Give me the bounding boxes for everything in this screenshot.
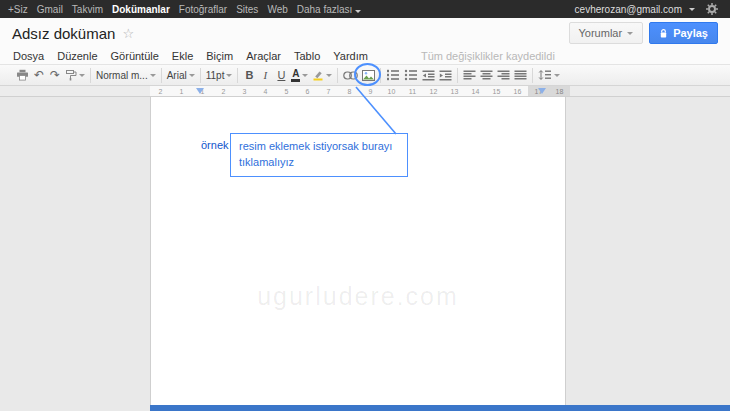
highlight-button[interactable]	[310, 66, 334, 84]
topbar-item-gmail[interactable]: Gmail	[37, 4, 63, 15]
lock-icon	[659, 28, 668, 39]
topbar-nav: +Siz Gmail Takvim Dokümanlar Fotoğraflar…	[8, 4, 575, 15]
bulleted-list-icon	[404, 69, 418, 81]
ruler: 2 1 1 2 3 4 5 6 7 8 9 10 11 12 13 14 15 …	[0, 86, 730, 97]
topbar-item-photos[interactable]: Fotoğraflar	[179, 4, 227, 15]
text-color-letter: A	[292, 69, 299, 78]
link-icon	[343, 71, 358, 80]
font-size-dropdown[interactable]: 11pt	[204, 66, 235, 84]
chevron-down-icon	[689, 8, 695, 11]
chevron-down-icon	[355, 10, 361, 13]
topbar-item-sites[interactable]: Sites	[236, 4, 258, 15]
menu-table[interactable]: Tablo	[294, 50, 320, 62]
chevron-down-icon	[150, 74, 156, 77]
indent-icon	[439, 70, 452, 81]
ruler-number: 16	[507, 86, 528, 96]
font-size-value: 11pt	[206, 70, 225, 81]
bulleted-list-button[interactable]	[402, 66, 420, 84]
menu-edit[interactable]: Düzenle	[57, 50, 97, 62]
google-topbar: +Siz Gmail Takvim Dokümanlar Fotoğraflar…	[0, 0, 730, 18]
print-button[interactable]	[14, 66, 31, 84]
toolbar-separator	[237, 68, 238, 83]
styles-dropdown[interactable]: Normal m...	[94, 66, 158, 84]
star-icon[interactable]: ☆	[122, 26, 134, 41]
numbered-list-button[interactable]	[384, 66, 402, 84]
paint-format-button[interactable]	[63, 66, 87, 84]
align-center-button[interactable]	[478, 66, 495, 84]
toolbar-separator	[380, 68, 381, 83]
outdent-icon	[422, 70, 435, 81]
doc-header: Adsız doküman ☆ Yorumlar Paylaş Dosya	[0, 18, 730, 64]
toolbar-separator	[532, 68, 533, 83]
ruler-number: 1	[171, 86, 192, 96]
chevron-down-icon	[554, 74, 560, 77]
align-right-button[interactable]	[495, 66, 512, 84]
align-center-icon	[480, 70, 493, 81]
ruler-number: 7	[318, 86, 339, 96]
ruler-number: 5	[276, 86, 297, 96]
insert-link-button[interactable]	[341, 66, 360, 84]
ruler-number: 12	[423, 86, 444, 96]
text-color-button[interactable]: A	[289, 66, 310, 84]
underline-icon: U	[277, 69, 285, 81]
menu-format[interactable]: Biçim	[206, 50, 233, 62]
settings-button[interactable]	[702, 2, 722, 16]
styles-value: Normal m...	[96, 70, 148, 81]
line-spacing-icon	[538, 69, 552, 81]
chevron-down-icon	[189, 74, 195, 77]
italic-button[interactable]: I	[257, 66, 273, 84]
redo-button[interactable]: ↷	[47, 66, 63, 84]
header-actions: Yorumlar Paylaş	[569, 22, 719, 44]
underline-button[interactable]: U	[273, 66, 289, 84]
font-dropdown[interactable]: Arial	[165, 66, 197, 84]
bottom-bar	[150, 405, 730, 411]
menu-view[interactable]: Görüntüle	[111, 50, 159, 62]
ruler-number: 14	[465, 86, 486, 96]
align-justify-button[interactable]	[512, 66, 529, 84]
text-color-icon: A	[291, 69, 300, 82]
topbar-item-more[interactable]: Daha fazlası	[297, 4, 361, 15]
menubar: Dosya Düzenle Görüntüle Ekle Biçim Araçl…	[0, 48, 730, 64]
menu-tools[interactable]: Araçlar	[246, 50, 281, 62]
insert-image-button[interactable]	[360, 66, 377, 84]
highlight-icon	[312, 69, 324, 81]
align-left-button[interactable]	[461, 66, 478, 84]
document-canvas: örnek yazı ugurludere.com resim eklemek …	[0, 97, 730, 411]
ruler-number: 8	[339, 86, 360, 96]
redo-icon: ↷	[50, 68, 60, 82]
topbar-item-documents[interactable]: Dokümanlar	[112, 4, 170, 15]
google-docs-screen: +Siz Gmail Takvim Dokümanlar Fotoğraflar…	[0, 0, 730, 411]
numbered-list-icon	[386, 69, 400, 81]
right-indent-marker[interactable]	[538, 88, 546, 94]
toolbar-separator	[90, 68, 91, 83]
account-email[interactable]: cevherozan@gmail.com	[575, 4, 682, 15]
bold-button[interactable]: B	[241, 66, 257, 84]
italic-icon: I	[264, 69, 268, 81]
menu-insert[interactable]: Ekle	[172, 50, 193, 62]
topbar-item-calendar[interactable]: Takvim	[72, 4, 103, 15]
chevron-down-icon	[302, 74, 308, 77]
comments-button[interactable]: Yorumlar	[569, 22, 644, 44]
chevron-down-icon	[627, 32, 633, 35]
outdent-button[interactable]	[420, 66, 437, 84]
topbar-more-label: Daha fazlası	[297, 4, 353, 15]
topbar-account-area: cevherozan@gmail.com	[575, 2, 722, 16]
share-button[interactable]: Paylaş	[649, 22, 718, 44]
menu-file[interactable]: Dosya	[13, 50, 44, 62]
chevron-down-icon	[79, 74, 85, 77]
ruler-number: 18	[549, 86, 570, 96]
document-title[interactable]: Adsız doküman	[12, 25, 115, 42]
topbar-item-plus-you[interactable]: +Siz	[8, 4, 28, 15]
toolbar-separator	[200, 68, 201, 83]
left-indent-marker[interactable]	[196, 88, 204, 94]
ruler-number: 2	[150, 86, 171, 96]
topbar-item-web[interactable]: Web	[267, 4, 287, 15]
align-left-icon	[463, 70, 476, 81]
text-color-bar	[291, 79, 300, 82]
menu-help[interactable]: Yardım	[333, 50, 368, 62]
undo-button[interactable]: ↶	[31, 66, 47, 84]
line-spacing-button[interactable]	[536, 66, 562, 84]
indent-button[interactable]	[437, 66, 454, 84]
font-value: Arial	[167, 70, 187, 81]
share-label: Paylaş	[673, 27, 708, 39]
